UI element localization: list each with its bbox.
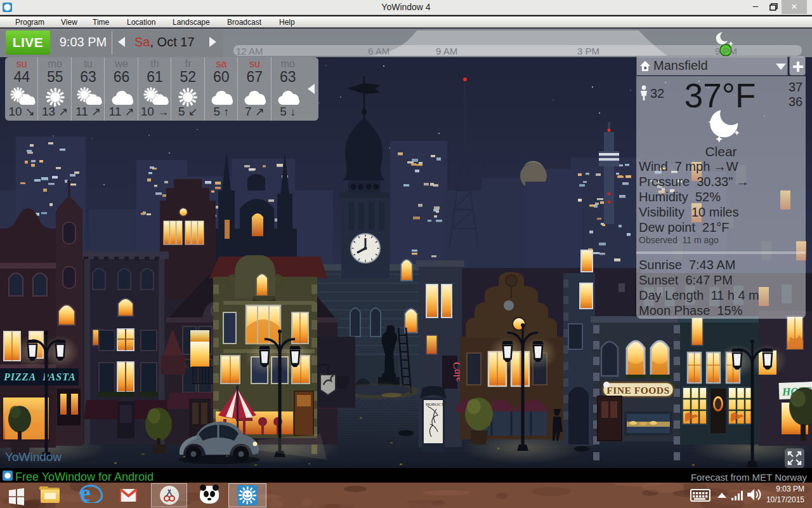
- svg-text:PIZZA: PIZZA: [3, 371, 36, 382]
- svg-text:FINE FOODS: FINE FOODS: [606, 385, 669, 396]
- svg-text:НОВОСТИ: НОВОСТИ: [426, 402, 447, 407]
